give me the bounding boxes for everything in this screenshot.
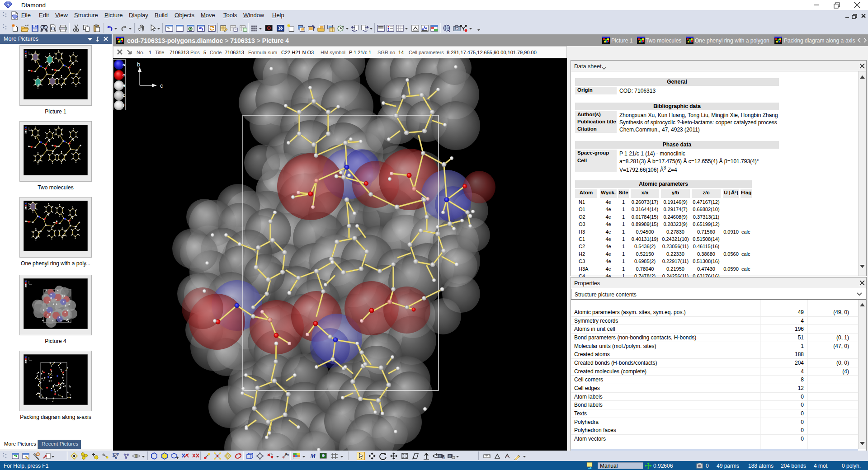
svg-text:O: O xyxy=(123,73,125,77)
svg-text:?: ? xyxy=(123,103,125,108)
svg-text:N: N xyxy=(123,63,125,67)
svg-text:01: 01 xyxy=(442,457,445,460)
svg-text:C: C xyxy=(123,94,125,98)
svg-text:Fe: Fe xyxy=(285,453,289,456)
svg-text:b: b xyxy=(137,61,140,68)
svg-text:H: H xyxy=(123,84,125,88)
svg-text:M: M xyxy=(310,453,316,460)
svg-text:c: c xyxy=(160,82,163,89)
